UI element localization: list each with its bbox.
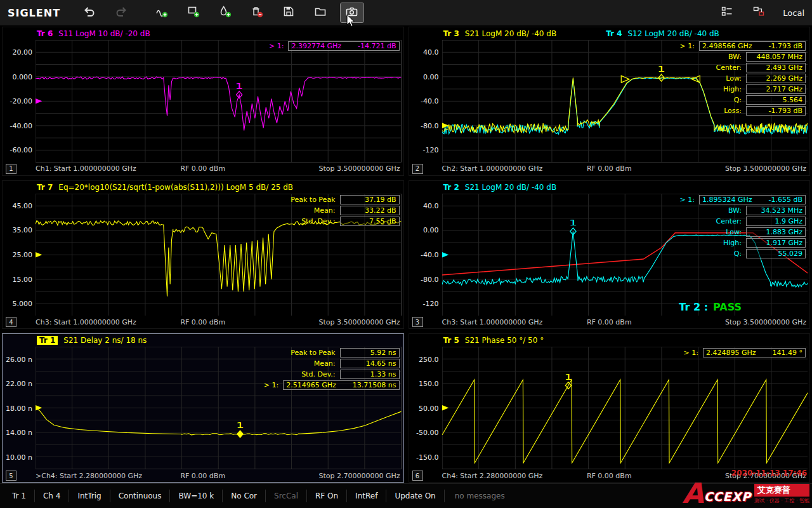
status-item-bw-10-k[interactable]: BW=10 k [170,490,223,502]
panel-ch1-s11[interactable]: Tr 6S11 LogM 10 dB/ -20 dB 20.000.000-20… [2,27,404,176]
plot-area[interactable]: 1 Peak to Peak5.92 nsMean:14.65 nsStd. D… [36,347,402,469]
panel-ch3-s21-limit[interactable]: Tr 2S21 LogM 20 dB/ -40 dB 40.00.00-40.0… [409,180,811,330]
panel-ch3-equation[interactable]: Tr 7Eq=20*log10(S21/sqrt(1-pow(abs(S11),… [2,180,404,330]
add-window-button[interactable] [182,3,205,22]
mouse-cursor [346,14,356,30]
trace-header: Tr 7Eq=20*log10(S21/sqrt(1-pow(abs(S11),… [3,181,403,194]
add-channel-icon [219,5,232,20]
panel-ch2-s21-s12[interactable]: Tr 3S21 LogM 20 dB/ -40 dB Tr 4S12 LogM … [409,27,811,176]
trace-name: Tr 6 [37,29,53,38]
marker1-readout: > 1:2.514965 GHz13.71508 ns [264,380,400,390]
plot-area[interactable]: 1 > 1:2.424895 GHz141.49 ° [442,347,808,469]
status-item-rf-on[interactable]: RF On [307,490,347,502]
toolbar: SIGLENT Local [0,0,812,25]
y-axis-label: 35.00 [13,226,33,234]
save-button[interactable] [277,3,300,22]
undo-button[interactable] [78,3,101,22]
panel-number[interactable]: 3 [412,317,423,327]
panel-number[interactable]: 2 [412,164,423,174]
y-axis: 26.00 n22.00 n18.00 n14.00 n10.00 n [3,347,36,469]
trace-label-tr4[interactable]: Tr 4S12 LogM 20 dB/ -40 dB [606,29,719,38]
value-box: 1.917 GHz [746,238,806,248]
trace-label-tr3[interactable]: Tr 3S21 LogM 20 dB/ -40 dB [443,29,557,38]
y-axis-label: -80.0 [421,121,438,130]
bw-stat: BW:34.523 MHz [728,206,806,215]
value-box: 448.057 MHz [746,52,806,62]
panel-number[interactable]: 5 [6,471,16,481]
y-axis-label: 20.00 [13,48,33,57]
channel-start-label: Ch1: Start 1.000000000 GHz [36,164,136,173]
panel-number[interactable]: 1 [6,164,16,174]
value-box: 55.029 [746,249,806,258]
trace-label-tr6[interactable]: Tr 6S11 LogM 10 dB/ -20 dB [37,29,150,38]
redo-button[interactable] [110,3,133,22]
value-box: 2.514965 GHz13.71508 ns [283,380,399,390]
y-axis-label: 150.0 [419,380,439,388]
svg-text:1: 1 [564,372,572,382]
high-stat: High:2.717 GHz [723,84,806,94]
trace-format: Eq=20*log10(S21/sqrt(1-pow(abs(S11),2)))… [58,183,293,192]
y-axis-label: 14.00 n [6,429,32,437]
trace-format: S21 Phase 50 °/ 50 ° [465,336,544,345]
y-axis-label: 18.00 n [6,404,32,412]
status-item-inttrig[interactable]: IntTrig [69,490,110,502]
save-icon [282,5,295,20]
trace-name: Tr 1 [37,336,58,345]
y-axis-label: 40.0 [423,48,439,57]
value-box: 1.883 GHz [746,227,806,237]
plot-area[interactable]: 1 > 1:1.895324 GHz-1.655 dBBW:34.523 MHz… [442,194,808,316]
plot-area[interactable]: 1 > 1:2.498566 GHz-1.793 dBBW:448.057 MH… [442,40,808,163]
trace-label-tr1[interactable]: Tr 1S21 Delay 2 ns/ 18 ns [37,336,147,345]
trace-format: S21 LogM 20 dB/ -40 dB [465,29,556,38]
panel-ch4-phase[interactable]: Tr 5S21 Phase 50 °/ 50 ° 250.0150.050.00… [409,333,811,483]
plot-area[interactable]: Peak to Peak37.19 dBMean:33.22 dBStd. De… [36,194,402,316]
value-box: -1.793 dB [746,106,806,116]
status-item-intref[interactable]: IntRef [347,490,386,502]
y-axis-label: 40.0 [423,201,439,210]
panel-footer: 5 >Ch4: Start 2.280000000 GHz RF 0.00 dB… [3,469,403,482]
panel-ch4-delay-active[interactable]: Tr 1S21 Delay 2 ns/ 18 ns 26.00 n22.00 n… [2,333,404,483]
readout-overlay: > 1:2.424895 GHz141.49 ° [684,348,806,358]
add-trace-icon [155,5,168,20]
channel-start-label: Ch2: Start 1.000000000 GHz [442,164,543,173]
panel-number[interactable]: 6 [412,471,423,481]
readout-overlay: Peak to Peak37.19 dBMean:33.22 dBStd. De… [291,195,399,226]
trace-format: S12 LogM 20 dB/ -40 dB [627,29,719,38]
panel-footer: 3 Ch3: Start 1.000000000 GHz RF 0.00 dBm… [409,316,810,328]
value-box: 1.9 GHz [746,217,806,226]
bw-stat: BW:448.057 MHz [728,52,806,62]
network-status-button[interactable] [747,3,770,22]
y-axis-label: 0.000 [13,72,33,81]
y-axis-label: 10.00 n [6,453,32,461]
delete-button[interactable] [246,3,268,22]
y-axis-label: -150.0 [416,453,438,461]
panel-number[interactable]: 4 [6,317,16,327]
message-area: no messages [455,491,505,500]
add-trace-button[interactable] [150,3,173,22]
trace-label-tr7[interactable]: Tr 7Eq=20*log10(S21/sqrt(1-pow(abs(S11),… [37,183,293,192]
svg-text:1: 1 [235,81,243,91]
status-item-srccal[interactable]: SrcCal [266,490,307,502]
p2p-stat: Peak to Peak5.92 ns [291,348,399,358]
trace-label-tr5[interactable]: Tr 5S21 Phase 50 °/ 50 ° [443,336,544,345]
value-box: 2.392774 GHz-14.721 dB [288,41,399,51]
display-layout-button[interactable] [716,3,738,22]
plot-area[interactable]: 1 > 1:2.392774 GHz-14.721 dB [36,40,402,163]
status-item-ch-4[interactable]: Ch 4 [35,490,69,502]
channel-start-label: Ch4: Start 2.280000000 GHz [442,472,543,480]
y-axis-label: 22.00 n [6,380,32,388]
status-item-no-cor[interactable]: No Cor [223,490,266,502]
trace-label-tr2[interactable]: Tr 2S21 LogM 20 dB/ -40 dB [443,183,557,192]
add-channel-button[interactable] [214,3,237,22]
y-axis-label: 0.00 [423,72,439,81]
value-box: 2.493 GHz [746,63,806,72]
status-item-tr-1[interactable]: Tr 1 [4,490,35,502]
trace-header: Tr 5S21 Phase 50 °/ 50 ° [409,334,810,347]
status-item-continuous[interactable]: Continuous [110,490,171,502]
channel-start-label: Ch3: Start 1.000000000 GHz [442,318,543,326]
svg-text:1: 1 [236,421,244,431]
y-axis-label: -120 [423,146,439,154]
status-item-update-on[interactable]: Update On [386,490,444,502]
local-remote-label[interactable]: Local [783,8,804,18]
open-button[interactable] [309,3,332,22]
